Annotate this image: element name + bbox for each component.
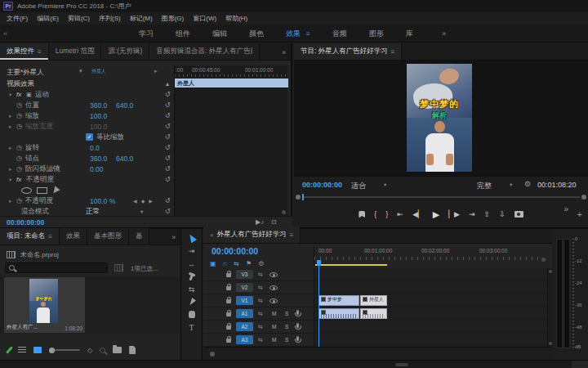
reset-icon[interactable]: ↺ [162,195,173,206]
timeline-ruler[interactable]: 00:00 00:01:00:00 00:02:00:00 00:03:00:0… [314,246,552,266]
reset-icon[interactable]: ↺ [162,132,173,142]
scale-value[interactable]: 100.0 [90,112,107,120]
menu-graphics[interactable]: 图形(G) [162,14,185,23]
track-a2-lane[interactable] [314,321,552,333]
timeline-horizontal-scrollbar[interactable] [203,347,552,360]
slip-tool[interactable]: ⇆ [189,285,195,294]
expand-icon[interactable]: ▸ [9,198,16,204]
list-view-icon[interactable] [18,347,26,353]
panel-tab-overflow-icon[interactable]: » [167,230,180,245]
workspace-tab-assembly[interactable]: 组件 [176,29,190,39]
playback-quality-select[interactable]: 完整 [477,181,492,191]
panel-menu-icon[interactable]: ≡ [48,233,52,240]
stopwatch-icon[interactable]: ◷ [16,101,25,109]
mute-button[interactable]: M [272,337,276,343]
video-clip[interactable]: 外星人 [360,295,387,306]
sort-icons-icon[interactable]: ◇ [87,347,92,354]
track-target-v3[interactable]: V3 [236,270,253,279]
sync-lock-icon[interactable]: ⇆ [258,272,263,278]
collapse-icon[interactable]: ▾ [9,92,16,98]
mute-button[interactable]: M [272,311,276,316]
thumbnail-zoom-slider[interactable] [49,349,80,351]
add-marker-icon[interactable]: ⚑ [246,260,252,267]
program-timecode[interactable]: 00:00:00:00 [302,181,342,189]
pen-mask-icon[interactable] [51,186,60,195]
workspace-tab-effects[interactable]: 效果 [286,29,301,39]
panel-tab-overflow-icon[interactable]: » [277,45,291,60]
sync-lock-icon[interactable]: ⇆ [258,311,263,317]
tab-project[interactable]: 项目: 未命名 ≡ [0,228,60,245]
reset-icon[interactable]: ↺ [162,174,173,185]
project-item-selected[interactable]: 梦中梦的 外星人有广... 1:08:20 [4,277,85,333]
status-scroll-handle[interactable] [395,363,408,366]
linked-selection-icon[interactable]: ⇆ [234,260,239,267]
lock-icon[interactable] [226,325,231,330]
stopwatch-icon[interactable]: ◷ [16,112,25,119]
tab-source-monitor[interactable]: 源:(无剪辑) [101,43,149,60]
chevron-down-icon[interactable]: ▾ [510,182,512,188]
chevron-down-icon[interactable]: ▾ [384,182,386,188]
menu-edit[interactable]: 编辑(E) [37,14,59,23]
scrollbar-handle[interactable] [210,352,215,357]
workspace-tab-graphics[interactable]: 图形 [369,29,384,39]
audio-clip-selected[interactable] [318,308,359,319]
play-button[interactable]: ▶ [433,209,439,220]
lock-icon[interactable] [226,299,231,303]
scrollbar-handle[interactable] [549,270,552,273]
stopwatch-icon[interactable]: ◷ [16,197,25,204]
extract-button[interactable]: ⇩ [499,210,506,218]
timeline-settings-icon[interactable]: ⚙ [258,260,264,267]
seek-start-handle[interactable] [296,195,301,200]
sync-lock-icon[interactable]: ⇆ [258,298,263,304]
workspace-tab-editing[interactable]: 编辑 [212,29,227,39]
toggle-output-eye-icon[interactable] [270,285,278,290]
timeline-timecode[interactable]: 00:00:00:00 [212,246,258,256]
tab-effect-controls[interactable]: 效果控件 ≡ [0,43,49,60]
opacity-value[interactable]: 100.0 % [90,197,115,205]
track-target-a3[interactable]: A3 [236,335,253,344]
video-clip-selected[interactable]: 梦中梦 [318,295,359,306]
mark-out-button[interactable]: } [385,210,388,218]
position-y-value[interactable]: 640.0 [116,101,133,110]
chevron-down-icon[interactable]: ▾ [79,68,82,74]
effect-motion-row[interactable]: ▾ fx ▣ 运动 [0,89,162,100]
button-editor-icon[interactable]: + [577,209,582,219]
menu-marker[interactable]: 标记(M) [130,14,153,23]
project-file-row[interactable]: 未命名.prproj [7,250,59,259]
solo-button[interactable]: S [285,324,288,330]
mute-button[interactable]: M [272,324,276,330]
go-to-out-button[interactable]: ⇥ [469,210,475,218]
reset-icon[interactable]: ↺ [162,89,173,100]
reset-icon[interactable]: ↺ [162,100,173,110]
track-target-a1[interactable]: A1 [236,309,253,318]
track-v2-lane[interactable] [314,281,552,294]
toggle-effects-icon[interactable]: ⊡ [271,218,277,226]
mark-in-button[interactable]: { [374,210,376,218]
workspace-menu-icon[interactable]: ≡ [306,30,310,38]
audio-clip[interactable] [360,308,387,319]
lock-icon[interactable] [226,273,231,277]
tab-essential-sound[interactable]: 基 [129,228,150,245]
selection-tool[interactable] [186,233,196,244]
sync-lock-icon[interactable]: ⇆ [258,285,263,291]
anchor-y-value[interactable]: 640.0 [116,155,133,163]
keyframe-add-icon[interactable]: ◆ [141,198,145,204]
workspace-tab-audio[interactable]: 音频 [332,29,347,39]
timeline-vertical-scrollbar[interactable] [547,268,552,347]
step-back-button[interactable]: ◀▏ [412,210,424,218]
new-bin-icon[interactable] [113,347,122,353]
track-target-v2[interactable]: V2 [236,283,253,292]
effect-panel-timecode[interactable]: 00:00:00:00 [7,218,44,227]
solo-button[interactable]: S [285,311,288,316]
insert-overwrite-icon[interactable]: ▣ [210,260,216,267]
seek-track[interactable] [302,196,580,198]
new-item-icon[interactable] [129,346,136,354]
sequence-clip-name[interactable]: 外星人 [91,68,106,79]
menu-sequence[interactable]: 序列(S) [99,14,121,23]
collapse-section-icon[interactable]: ▴ [162,79,173,89]
razor-tool[interactable] [189,273,194,280]
seek-end-handle[interactable] [581,195,586,200]
reset-icon[interactable]: ↺ [162,153,173,164]
hand-tool[interactable] [189,311,195,318]
menu-help[interactable]: 帮助(H) [225,14,247,23]
